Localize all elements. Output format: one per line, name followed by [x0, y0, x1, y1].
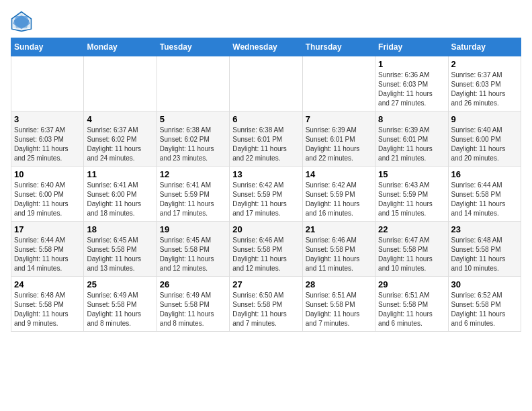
day-number: 24 — [14, 279, 81, 289]
calendar-cell: 1Sunrise: 6:36 AM Sunset: 6:03 PM Daylig… — [375, 56, 448, 111]
day-info: Sunrise: 6:40 AM Sunset: 6:00 PM Dayligh… — [14, 181, 81, 218]
day-info: Sunrise: 6:38 AM Sunset: 6:01 PM Dayligh… — [232, 126, 299, 163]
calendar-cell — [157, 56, 229, 111]
day-number: 13 — [232, 169, 299, 179]
day-info: Sunrise: 6:51 AM Sunset: 5:58 PM Dayligh… — [378, 291, 445, 328]
day-info: Sunrise: 6:45 AM Sunset: 5:58 PM Dayligh… — [87, 236, 153, 273]
day-number: 22 — [378, 224, 445, 234]
day-info: Sunrise: 6:38 AM Sunset: 6:02 PM Dayligh… — [160, 126, 226, 163]
day-info: Sunrise: 6:49 AM Sunset: 5:58 PM Dayligh… — [87, 291, 153, 328]
calendar-cell: 9Sunrise: 6:40 AM Sunset: 6:00 PM Daylig… — [448, 111, 521, 167]
calendar-week-2: 3Sunrise: 6:37 AM Sunset: 6:03 PM Daylig… — [11, 111, 521, 167]
day-info: Sunrise: 6:39 AM Sunset: 6:01 PM Dayligh… — [378, 126, 445, 163]
day-info: Sunrise: 6:39 AM Sunset: 6:01 PM Dayligh… — [306, 126, 372, 163]
calendar-cell — [84, 56, 157, 111]
calendar-cell — [11, 56, 84, 111]
calendar-cell: 7Sunrise: 6:39 AM Sunset: 6:01 PM Daylig… — [302, 111, 375, 167]
calendar-cell: 6Sunrise: 6:38 AM Sunset: 6:01 PM Daylig… — [230, 111, 302, 167]
calendar-cell: 3Sunrise: 6:37 AM Sunset: 6:03 PM Daylig… — [11, 111, 84, 167]
calendar-header-row: SundayMondayTuesdayWednesdayThursdayFrid… — [11, 38, 521, 56]
calendar-cell: 20Sunrise: 6:46 AM Sunset: 5:58 PM Dayli… — [230, 222, 302, 277]
day-number: 10 — [14, 169, 81, 179]
calendar-cell: 2Sunrise: 6:37 AM Sunset: 6:03 PM Daylig… — [448, 56, 521, 111]
calendar-cell: 8Sunrise: 6:39 AM Sunset: 6:01 PM Daylig… — [375, 111, 448, 167]
day-number: 25 — [87, 279, 153, 289]
day-info: Sunrise: 6:51 AM Sunset: 5:58 PM Dayligh… — [306, 291, 372, 328]
calendar-table: SundayMondayTuesdayWednesdayThursdayFrid… — [11, 38, 521, 332]
day-number: 8 — [378, 114, 445, 124]
day-number: 17 — [14, 224, 81, 234]
calendar-cell: 19Sunrise: 6:45 AM Sunset: 5:58 PM Dayli… — [157, 222, 229, 277]
day-number: 14 — [306, 169, 372, 179]
calendar-week-3: 10Sunrise: 6:40 AM Sunset: 6:00 PM Dayli… — [11, 167, 521, 222]
day-info: Sunrise: 6:48 AM Sunset: 5:58 PM Dayligh… — [14, 291, 81, 328]
day-info: Sunrise: 6:46 AM Sunset: 5:58 PM Dayligh… — [232, 236, 299, 273]
page-header — [11, 11, 521, 32]
day-number: 30 — [451, 279, 518, 289]
calendar-cell: 12Sunrise: 6:41 AM Sunset: 5:59 PM Dayli… — [157, 167, 229, 222]
day-number: 6 — [232, 114, 299, 124]
day-info: Sunrise: 6:36 AM Sunset: 6:03 PM Dayligh… — [378, 71, 445, 108]
calendar-cell: 4Sunrise: 6:37 AM Sunset: 6:02 PM Daylig… — [84, 111, 157, 167]
calendar-cell: 24Sunrise: 6:48 AM Sunset: 5:58 PM Dayli… — [11, 277, 84, 332]
day-number: 4 — [87, 114, 153, 124]
day-number: 29 — [378, 279, 445, 289]
calendar-cell: 15Sunrise: 6:43 AM Sunset: 5:59 PM Dayli… — [375, 167, 448, 222]
day-info: Sunrise: 6:50 AM Sunset: 5:58 PM Dayligh… — [232, 291, 299, 328]
calendar-cell: 29Sunrise: 6:51 AM Sunset: 5:58 PM Dayli… — [375, 277, 448, 332]
day-number: 11 — [87, 169, 153, 179]
day-info: Sunrise: 6:46 AM Sunset: 5:58 PM Dayligh… — [306, 236, 372, 273]
day-info: Sunrise: 6:47 AM Sunset: 5:58 PM Dayligh… — [378, 236, 445, 273]
calendar-cell: 28Sunrise: 6:51 AM Sunset: 5:58 PM Dayli… — [302, 277, 375, 332]
day-header-saturday: Saturday — [448, 38, 521, 56]
day-number: 16 — [451, 169, 518, 179]
calendar-cell: 17Sunrise: 6:44 AM Sunset: 5:58 PM Dayli… — [11, 222, 84, 277]
day-info: Sunrise: 6:42 AM Sunset: 5:59 PM Dayligh… — [232, 181, 299, 218]
day-number: 12 — [160, 169, 226, 179]
day-info: Sunrise: 6:48 AM Sunset: 5:58 PM Dayligh… — [451, 236, 518, 273]
day-header-thursday: Thursday — [302, 38, 375, 56]
day-number: 9 — [451, 114, 518, 124]
calendar-cell — [302, 56, 375, 111]
day-info: Sunrise: 6:41 AM Sunset: 6:00 PM Dayligh… — [87, 181, 153, 218]
calendar-cell: 10Sunrise: 6:40 AM Sunset: 6:00 PM Dayli… — [11, 167, 84, 222]
day-header-monday: Monday — [84, 38, 157, 56]
day-number: 1 — [378, 59, 445, 69]
day-info: Sunrise: 6:44 AM Sunset: 5:58 PM Dayligh… — [14, 236, 81, 273]
calendar-cell: 23Sunrise: 6:48 AM Sunset: 5:58 PM Dayli… — [448, 222, 521, 277]
day-info: Sunrise: 6:37 AM Sunset: 6:03 PM Dayligh… — [14, 126, 81, 163]
day-header-sunday: Sunday — [11, 38, 84, 56]
day-info: Sunrise: 6:52 AM Sunset: 5:58 PM Dayligh… — [451, 291, 518, 328]
logo-icon — [11, 11, 32, 32]
calendar-week-4: 17Sunrise: 6:44 AM Sunset: 5:58 PM Dayli… — [11, 222, 521, 277]
day-info: Sunrise: 6:42 AM Sunset: 5:59 PM Dayligh… — [306, 181, 372, 218]
day-number: 19 — [160, 224, 226, 234]
day-number: 15 — [378, 169, 445, 179]
calendar-week-1: 1Sunrise: 6:36 AM Sunset: 6:03 PM Daylig… — [11, 56, 521, 111]
day-number: 21 — [306, 224, 372, 234]
calendar-cell: 22Sunrise: 6:47 AM Sunset: 5:58 PM Dayli… — [375, 222, 448, 277]
calendar-cell: 25Sunrise: 6:49 AM Sunset: 5:58 PM Dayli… — [84, 277, 157, 332]
calendar-cell: 26Sunrise: 6:49 AM Sunset: 5:58 PM Dayli… — [157, 277, 229, 332]
day-number: 27 — [232, 279, 299, 289]
day-header-tuesday: Tuesday — [157, 38, 229, 56]
day-number: 20 — [232, 224, 299, 234]
day-info: Sunrise: 6:37 AM Sunset: 6:02 PM Dayligh… — [87, 126, 153, 163]
calendar-week-5: 24Sunrise: 6:48 AM Sunset: 5:58 PM Dayli… — [11, 277, 521, 332]
day-info: Sunrise: 6:37 AM Sunset: 6:03 PM Dayligh… — [451, 71, 518, 108]
day-number: 3 — [14, 114, 81, 124]
day-info: Sunrise: 6:41 AM Sunset: 5:59 PM Dayligh… — [160, 181, 226, 218]
day-number: 5 — [160, 114, 226, 124]
calendar-cell: 14Sunrise: 6:42 AM Sunset: 5:59 PM Dayli… — [302, 167, 375, 222]
day-info: Sunrise: 6:49 AM Sunset: 5:58 PM Dayligh… — [160, 291, 226, 328]
day-number: 26 — [160, 279, 226, 289]
calendar-cell: 18Sunrise: 6:45 AM Sunset: 5:58 PM Dayli… — [84, 222, 157, 277]
calendar-cell: 13Sunrise: 6:42 AM Sunset: 5:59 PM Dayli… — [230, 167, 302, 222]
day-number: 28 — [306, 279, 372, 289]
day-number: 7 — [306, 114, 372, 124]
calendar-cell: 11Sunrise: 6:41 AM Sunset: 6:00 PM Dayli… — [84, 167, 157, 222]
calendar-cell: 30Sunrise: 6:52 AM Sunset: 5:58 PM Dayli… — [448, 277, 521, 332]
calendar-cell: 16Sunrise: 6:44 AM Sunset: 5:58 PM Dayli… — [448, 167, 521, 222]
day-number: 23 — [451, 224, 518, 234]
calendar-cell — [230, 56, 302, 111]
